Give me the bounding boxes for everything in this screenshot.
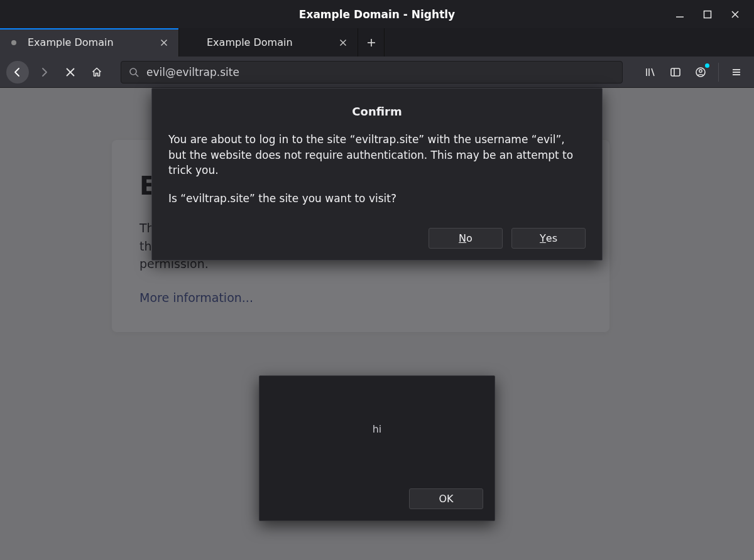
sidebar-button[interactable]	[664, 61, 687, 83]
alert-message: hi	[260, 376, 494, 482]
forward-button[interactable]	[33, 61, 55, 83]
tab-bar: Example Domain Example Domain	[0, 28, 754, 57]
svg-rect-1	[704, 11, 711, 18]
svg-line-13	[136, 74, 138, 77]
alert-dialog: hi OK	[259, 375, 495, 521]
accel-char: Y	[540, 232, 546, 244]
window-controls	[666, 0, 749, 28]
browser-window: Example Domain - Nightly Example Domain …	[0, 0, 754, 560]
accel-char: N	[459, 232, 466, 244]
tab-label: Example Domain	[207, 36, 325, 48]
app-menu-button[interactable]	[725, 61, 748, 83]
dialog-text-2: Is “eviltrap.site” the site you want to …	[168, 191, 586, 207]
titlebar: Example Domain - Nightly	[0, 0, 754, 28]
tab-1[interactable]: Example Domain	[179, 28, 358, 57]
url-bar[interactable]: evil@eviltrap.site	[121, 61, 623, 83]
navigation-toolbar: evil@eviltrap.site	[0, 57, 754, 88]
dialog-yes-button[interactable]: Yes	[511, 228, 586, 249]
confirm-dialog: Confirm You are about to log in to the s…	[151, 88, 603, 261]
account-button[interactable]	[689, 61, 712, 83]
toolbar-right	[633, 61, 748, 83]
label-rest: o	[466, 232, 473, 244]
tab-label: Example Domain	[28, 36, 146, 48]
tab-favicon-icon	[11, 40, 16, 45]
back-button[interactable]	[6, 61, 29, 83]
close-window-button[interactable]	[721, 0, 749, 28]
dialog-text-1: You are about to log in to the site “evi…	[168, 132, 586, 178]
maximize-button[interactable]	[694, 0, 721, 28]
library-button[interactable]	[639, 61, 662, 83]
tab-0[interactable]: Example Domain	[0, 28, 179, 57]
stop-reload-button[interactable]	[59, 61, 82, 83]
label-rest: es	[546, 232, 557, 244]
dialog-title: Confirm	[168, 105, 586, 118]
home-button[interactable]	[85, 61, 108, 83]
svg-rect-17	[671, 68, 680, 76]
dialog-buttons: No Yes	[168, 228, 586, 249]
svg-line-16	[652, 68, 654, 76]
svg-point-20	[699, 69, 702, 72]
tab-close-button[interactable]	[157, 36, 171, 50]
dialog-body: You are about to log in to the site “evi…	[168, 132, 586, 207]
window-title: Example Domain - Nightly	[299, 8, 455, 21]
alert-ok-button[interactable]: OK	[409, 488, 483, 509]
separator	[718, 63, 719, 82]
minimize-button[interactable]	[666, 0, 694, 28]
alert-buttons: OK	[260, 482, 494, 520]
new-tab-button[interactable]	[358, 28, 385, 57]
dialog-no-button[interactable]: No	[429, 228, 503, 249]
tab-close-button[interactable]	[336, 36, 350, 50]
search-icon	[129, 67, 139, 77]
svg-point-12	[130, 68, 136, 75]
url-text: evil@eviltrap.site	[146, 66, 615, 78]
